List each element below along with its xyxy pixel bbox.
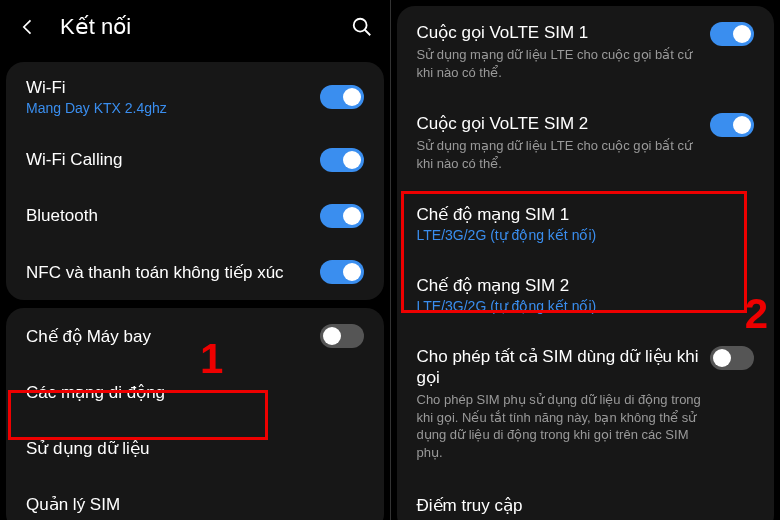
volte-sim1-row[interactable]: Cuộc gọi VoLTE SIM 1 Sử dụng mạng dữ liệ… — [397, 6, 775, 97]
wifi-toggle[interactable] — [320, 85, 364, 109]
volte-sim1-toggle[interactable] — [710, 22, 754, 46]
allow-data-calling-row[interactable]: Cho phép tất cả SIM dùng dữ liệu khi gọi… — [397, 330, 775, 477]
header: Kết nối — [0, 0, 390, 54]
wifi-label: Wi-Fi — [26, 78, 320, 98]
search-icon — [351, 16, 373, 38]
volte-sim2-row[interactable]: Cuộc gọi VoLTE SIM 2 Sử dụng mạng dữ liệ… — [397, 97, 775, 188]
annotation-number-1: 1 — [200, 335, 223, 383]
annotation-number-2: 2 — [745, 290, 768, 338]
svg-point-0 — [353, 19, 366, 32]
bluetooth-toggle[interactable] — [320, 204, 364, 228]
volte-sim1-label: Cuộc gọi VoLTE SIM 1 — [417, 22, 711, 43]
volte-sim2-label: Cuộc gọi VoLTE SIM 2 — [417, 113, 711, 134]
bluetooth-label: Bluetooth — [26, 206, 98, 226]
allow-data-calling-toggle[interactable] — [710, 346, 754, 370]
annotation-box-1 — [8, 390, 268, 440]
airplane-row[interactable]: Chế độ Máy bay — [6, 308, 384, 364]
apn-label: Điếm truy cập — [417, 495, 523, 516]
volte-sim1-desc: Sử dụng mạng dữ liệu LTE cho cuộc gọi bấ… — [417, 46, 711, 81]
mobile-networks-panel: Cuộc gọi VoLTE SIM 1 Sử dụng mạng dữ liệ… — [391, 0, 781, 520]
allow-data-calling-label: Cho phép tất cả SIM dùng dữ liệu khi gọi — [417, 346, 711, 388]
wifi-network: Mang Day KTX 2.4ghz — [26, 100, 320, 116]
nfc-label: NFC và thanh toán không tiếp xúc — [26, 262, 284, 283]
sim-manager-row[interactable]: Quản lý SIM — [6, 476, 384, 520]
airplane-toggle[interactable] — [320, 324, 364, 348]
wifi-calling-row[interactable]: Wi-Fi Calling — [6, 132, 384, 188]
wireless-section: Wi-Fi Mang Day KTX 2.4ghz Wi-Fi Calling … — [6, 62, 384, 300]
volte-sim2-desc: Sử dụng mạng dữ liệu LTE cho cuộc gọi bấ… — [417, 137, 711, 172]
wifi-row[interactable]: Wi-Fi Mang Day KTX 2.4ghz — [6, 62, 384, 132]
back-icon — [18, 17, 38, 37]
connections-panel: Kết nối Wi-Fi Mang Day KTX 2.4ghz Wi-Fi … — [0, 0, 391, 520]
apn-row[interactable]: Điếm truy cập — [397, 477, 775, 520]
sim-manager-label: Quản lý SIM — [26, 494, 120, 515]
wifi-calling-toggle[interactable] — [320, 148, 364, 172]
allow-data-calling-desc: Cho phép SIM phụ sử dụng dữ liệu di động… — [417, 391, 711, 461]
bluetooth-row[interactable]: Bluetooth — [6, 188, 384, 244]
page-title: Kết nối — [60, 14, 330, 40]
back-button[interactable] — [16, 15, 40, 39]
wifi-calling-label: Wi-Fi Calling — [26, 150, 122, 170]
data-usage-label: Sử dụng dữ liệu — [26, 438, 149, 459]
airplane-label: Chế độ Máy bay — [26, 326, 151, 347]
nfc-row[interactable]: NFC và thanh toán không tiếp xúc — [6, 244, 384, 300]
search-button[interactable] — [350, 15, 374, 39]
nfc-toggle[interactable] — [320, 260, 364, 284]
annotation-box-2 — [401, 191, 747, 313]
volte-sim2-toggle[interactable] — [710, 113, 754, 137]
